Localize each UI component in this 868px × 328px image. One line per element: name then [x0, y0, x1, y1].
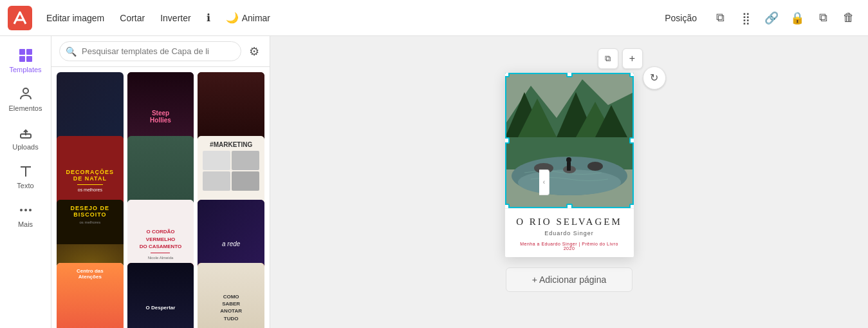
- uploads-label: Uploads: [12, 143, 38, 151]
- grid-icon-button[interactable]: ⣿: [734, 6, 757, 30]
- edit-image-button[interactable]: Editar imagem: [40, 9, 111, 27]
- svg-rect-3: [19, 56, 25, 62]
- sidebar-item-text[interactable]: Texto: [0, 157, 51, 196]
- canva-logo: [8, 6, 32, 30]
- svg-rect-22: [567, 162, 571, 171]
- search-bar: 🔍 ⚙: [51, 36, 270, 67]
- canvas-area: ⧉ + ↻: [270, 36, 868, 328]
- more-icon: [18, 202, 33, 218]
- svg-rect-4: [26, 56, 32, 62]
- filter-button[interactable]: ⚙: [246, 42, 262, 61]
- sidebar-item-uploads[interactable]: Uploads: [0, 119, 51, 157]
- copy-icon-button[interactable]: ⧉: [708, 6, 732, 30]
- animate-icon: 🌙: [226, 12, 239, 24]
- svg-point-5: [23, 88, 28, 93]
- main-area: Templates Elementos Uploads Texto: [0, 36, 868, 328]
- grid-icon: ⣿: [742, 11, 750, 25]
- add-page-button[interactable]: + Adicionar página: [506, 267, 633, 292]
- book-text-area: O Rio Selvagem Eduardo Singer Menha a Ed…: [505, 208, 634, 257]
- text-icon: [18, 164, 33, 179]
- templates-label: Templates: [9, 66, 41, 73]
- canvas-container: ⧉ + ↻: [505, 73, 634, 292]
- link-icon-button[interactable]: 🔗: [760, 6, 783, 30]
- sidebar-item-more[interactable]: Mais: [0, 196, 51, 235]
- info-icon: ℹ: [207, 12, 210, 24]
- cover-scene-svg: [505, 73, 634, 208]
- collapse-icon: ‹: [543, 178, 545, 186]
- left-sidebar: Templates Elementos Uploads Texto: [0, 36, 51, 328]
- book-title: O Rio Selvagem: [515, 217, 623, 227]
- templates-grid: Steep Hollies SteepHollies DECORAÇÕESDE …: [51, 67, 270, 328]
- search-input[interactable]: [59, 41, 241, 61]
- position-button[interactable]: Posição: [656, 9, 706, 27]
- filter-icon: ⚙: [249, 45, 259, 58]
- rotate-button[interactable]: ↻: [643, 66, 666, 90]
- cut-button[interactable]: Cortar: [113, 9, 151, 27]
- copy-element-icon: ⧉: [605, 53, 611, 64]
- template-card[interactable]: O Despertar: [127, 263, 194, 328]
- add-element-button[interactable]: +: [622, 48, 643, 69]
- sidebar-item-elements[interactable]: Elementos: [0, 80, 51, 119]
- book-card[interactable]: O Rio Selvagem Eduardo Singer Menha a Ed…: [505, 73, 634, 257]
- copy-element-button[interactable]: ⧉: [598, 48, 618, 69]
- animate-button[interactable]: 🌙 Animar: [219, 8, 277, 28]
- svg-point-23: [566, 157, 571, 162]
- edit-image-label: Editar imagem: [46, 13, 104, 23]
- top-toolbar: Editar imagem Cortar Inverter ℹ 🌙 Animar…: [0, 0, 868, 36]
- template-card[interactable]: Centro dasAtenções: [57, 263, 124, 328]
- book-cover-image: [505, 73, 634, 208]
- svg-point-9: [29, 209, 32, 211]
- text-label: Texto: [17, 182, 33, 189]
- svg-point-20: [587, 162, 603, 171]
- book-image-wrapper: ⧉ + ↻: [505, 73, 634, 257]
- svg-rect-6: [21, 134, 31, 138]
- animate-label: Animar: [242, 13, 270, 23]
- canvas-top-actions: ⧉ +: [598, 48, 643, 69]
- svg-rect-2: [26, 49, 32, 55]
- link-icon: 🔗: [764, 11, 779, 25]
- add-element-icon: +: [629, 53, 635, 64]
- invert-button[interactable]: Inverter: [154, 9, 197, 27]
- sidebar-item-templates[interactable]: Templates: [0, 41, 51, 80]
- uploads-icon: [18, 125, 33, 140]
- search-input-wrap: 🔍: [59, 41, 241, 61]
- duplicate-icon-button[interactable]: ⧉: [811, 6, 835, 30]
- add-page-label: + Adicionar página: [532, 275, 607, 285]
- svg-rect-0: [8, 6, 32, 30]
- more-label: Mais: [18, 220, 33, 228]
- lock-icon-button[interactable]: 🔒: [786, 6, 809, 30]
- svg-rect-1: [19, 49, 25, 55]
- svg-point-8: [24, 209, 27, 211]
- book-image-section: [505, 73, 634, 208]
- template-card[interactable]: COMOSABERANOTARTUDO: [198, 263, 264, 328]
- toolbar-right-actions: Posição ⧉ ⣿ 🔗 🔒 ⧉ 🗑: [656, 6, 860, 30]
- elements-icon: [18, 86, 33, 102]
- invert-label: Inverter: [160, 13, 190, 23]
- collapse-panel-button[interactable]: ‹: [539, 169, 549, 195]
- cut-label: Cortar: [120, 13, 145, 23]
- copy-icon: ⧉: [716, 11, 725, 24]
- book-award: Menha a Eduardo Singer | Prêmio do Livro…: [515, 242, 623, 251]
- rotate-icon: ↻: [650, 72, 658, 84]
- templates-panel: 🔍 ⚙ Steep Hollies SteepHollies: [51, 36, 270, 328]
- elements-label: Elementos: [9, 104, 42, 112]
- delete-icon-button[interactable]: 🗑: [837, 6, 860, 30]
- lock-icon: 🔒: [790, 11, 804, 25]
- duplicate-icon: ⧉: [819, 11, 827, 24]
- svg-point-7: [20, 209, 23, 211]
- delete-icon: 🗑: [843, 11, 854, 24]
- templates-icon: [18, 48, 33, 63]
- book-author: Eduardo Singer: [515, 230, 623, 236]
- info-button[interactable]: ℹ: [200, 8, 217, 28]
